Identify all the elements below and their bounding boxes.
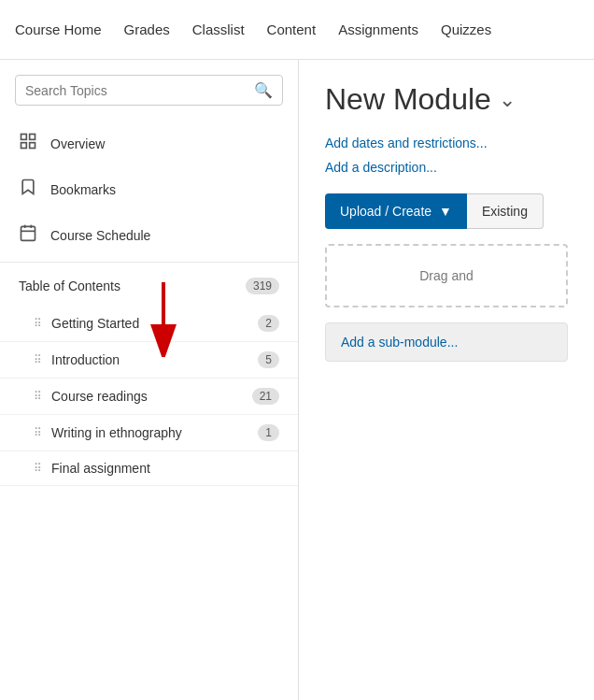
module-chevron-icon[interactable]: ⌄ [499,88,516,112]
sidebar-item-bookmarks[interactable]: Bookmarks [0,166,298,212]
drag-handle-icon: ⠿ [34,317,42,330]
nav-assignments[interactable]: Assignments [338,21,418,37]
svg-rect-1 [30,135,35,140]
item-badge: 2 [258,315,279,332]
search-box: 🔍 [15,75,283,106]
upload-chevron-icon: ▼ [439,204,452,219]
drag-drop-area: Drag and [325,244,568,307]
svg-rect-0 [21,135,27,140]
item-badge: 21 [252,388,279,405]
toc-label: Table of Contents [19,279,120,293]
red-arrow-icon [145,282,182,357]
add-dates-link[interactable]: Add dates and restrictions... [325,136,568,150]
nav-content[interactable]: Content [267,21,317,37]
schedule-icon [19,223,37,247]
drag-handle-icon: ⠿ [34,462,42,475]
svg-rect-2 [21,143,27,149]
sidebar-item-schedule-label: Course Schedule [50,228,150,243]
drag-handle-icon: ⠿ [34,426,42,439]
toc-badge: 319 [246,278,279,294]
module-title: New Module [325,82,491,117]
top-nav: Course Home Grades Classlist Content Ass… [0,0,594,60]
svg-rect-3 [30,143,35,149]
search-input[interactable] [25,83,254,98]
main-layout: 🔍 Overview Bookmarks [0,60,594,700]
search-icon: 🔍 [254,81,273,99]
toc-item-label: Writing in ethnography [51,425,258,440]
existing-button[interactable]: Existing [467,193,544,229]
sidebar: 🔍 Overview Bookmarks [0,60,299,700]
sidebar-item-bookmarks-label: Bookmarks [50,182,116,197]
divider [0,262,298,263]
sidebar-item-overview[interactable]: Overview [0,121,298,166]
button-row: Upload / Create ▼ Existing [325,193,568,229]
module-title-row: New Module ⌄ [325,82,568,117]
add-description-link[interactable]: Add a description... [325,160,568,175]
item-badge: 1 [258,424,279,441]
item-badge: 5 [258,351,279,368]
drag-handle-icon: ⠿ [34,353,42,366]
nav-quizzes[interactable]: Quizzes [441,21,491,37]
drag-handle-icon: ⠿ [34,390,42,403]
toc-item-label: Course readings [51,389,252,404]
search-container: 🔍 [0,75,298,121]
upload-create-label: Upload / Create [340,204,431,219]
toc-item-label: Final assignment [51,461,279,476]
drag-drop-label: Drag and [419,268,474,283]
toc-item-final-assignment[interactable]: ⠿ Final assignment [0,451,298,486]
bookmarks-icon [19,178,37,201]
right-panel: New Module ⌄ Add dates and restrictions.… [299,60,594,700]
add-submodule-button[interactable]: Add a sub-module... [325,322,568,362]
toc-item-writing-ethnography[interactable]: ⠿ Writing in ethnography 1 [0,415,298,451]
sidebar-item-overview-label: Overview [50,136,105,151]
nav-classlist[interactable]: Classlist [192,21,245,37]
nav-course-home[interactable]: Course Home [15,21,102,37]
overview-icon [19,132,37,155]
sidebar-item-schedule[interactable]: Course Schedule [0,212,298,258]
svg-rect-4 [21,226,35,240]
toc-item-course-readings[interactable]: ⠿ Course readings 21 [0,379,298,415]
upload-create-button[interactable]: Upload / Create ▼ [325,193,467,229]
nav-grades[interactable]: Grades [124,21,170,37]
